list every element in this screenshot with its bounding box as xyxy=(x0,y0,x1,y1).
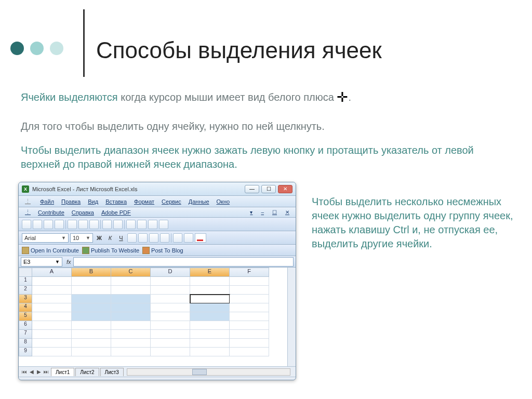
tab-nav-next[interactable]: ▶ xyxy=(35,368,43,376)
restore-doc-button[interactable]: ▾ xyxy=(247,208,256,216)
post-icon xyxy=(142,247,150,254)
size-combo[interactable]: 10▼ xyxy=(70,233,93,243)
sum-button[interactable] xyxy=(137,220,147,229)
minimize-button[interactable]: — xyxy=(245,185,259,193)
tab-nav-last[interactable]: ⏭ xyxy=(43,368,50,376)
min-doc-button[interactable]: – xyxy=(258,208,267,216)
menu-data[interactable]: Данные xyxy=(185,197,212,206)
font-name: Arial xyxy=(24,235,36,241)
sort-button[interactable] xyxy=(126,220,136,229)
row-headers: 1 2 3 4 5 6 7 8 9 xyxy=(19,277,32,356)
row-header[interactable]: 2 xyxy=(19,286,32,295)
sheet-tab-bar: ⏮ ◀ ▶ ⏭ Лист1 Лист2 Лист3 xyxy=(19,366,296,377)
close-button[interactable]: ✕ xyxy=(278,185,292,193)
font-combo[interactable]: Arial▼ xyxy=(22,233,69,243)
italic-button[interactable]: К xyxy=(105,233,115,243)
row-header[interactable]: 9 xyxy=(19,348,32,356)
dot xyxy=(50,42,63,55)
maximize-button[interactable]: ☐ xyxy=(261,185,276,193)
open-contribute-button[interactable]: Open In Contribute xyxy=(22,247,79,254)
cells-area[interactable] xyxy=(32,277,269,356)
publish-icon xyxy=(82,247,89,254)
merge-button[interactable] xyxy=(160,233,169,243)
copy-button[interactable] xyxy=(78,220,88,229)
close-doc-button[interactable]: ✕ xyxy=(282,208,292,216)
text-highlight: Ячейки выделяются xyxy=(21,91,118,103)
titlebar[interactable]: X Microsoft Excel - Лист Microsoft Excel… xyxy=(19,182,296,196)
font-color-button[interactable] xyxy=(195,233,206,243)
menu-window[interactable]: Окно xyxy=(214,197,233,206)
redo-button[interactable] xyxy=(113,220,123,229)
publish-website-button[interactable]: Publish To Website xyxy=(82,247,139,254)
menu-file[interactable]: Файл xyxy=(37,197,57,206)
align-left-button[interactable] xyxy=(127,233,137,243)
name-box[interactable]: E3 ▼ xyxy=(21,257,62,267)
bold-button[interactable]: Ж xyxy=(95,233,104,243)
fx-icon[interactable]: fx xyxy=(64,259,73,265)
separator xyxy=(124,220,125,229)
sheet-tab[interactable]: Лист1 xyxy=(51,368,74,376)
tab-nav-first[interactable]: ⏮ xyxy=(21,368,28,376)
menu-edit[interactable]: Правка xyxy=(58,197,84,206)
borders-button[interactable] xyxy=(173,233,182,243)
undo-button[interactable] xyxy=(102,220,112,229)
grip-icon[interactable]: ⋮ xyxy=(22,197,34,206)
fill-color-button[interactable] xyxy=(184,233,193,243)
save-button[interactable] xyxy=(44,220,53,229)
chart-button[interactable] xyxy=(148,220,157,229)
label: Open In Contribute xyxy=(31,247,79,254)
status-bar: Готово NUM xyxy=(19,377,296,380)
paste-button[interactable] xyxy=(89,220,99,229)
scroll-thumb[interactable] xyxy=(192,369,207,375)
col-header[interactable]: E xyxy=(190,268,230,277)
menu-format[interactable]: Формат xyxy=(131,197,157,206)
font-size: 10 xyxy=(73,235,79,241)
row-header[interactable]: 6 xyxy=(19,321,32,330)
active-cell[interactable] xyxy=(190,295,230,303)
tab-nav-prev[interactable]: ◀ xyxy=(28,368,35,376)
print-button[interactable] xyxy=(55,220,64,229)
row-header[interactable]: 3 xyxy=(19,295,32,303)
menu-adobe[interactable]: Adobe PDF xyxy=(98,208,134,217)
row-header[interactable]: 5 xyxy=(19,312,32,321)
col-header[interactable]: B xyxy=(72,268,111,277)
open-button[interactable] xyxy=(33,220,42,229)
align-center-button[interactable] xyxy=(138,233,148,243)
vertical-scrollbar[interactable] xyxy=(287,268,296,366)
help-button[interactable] xyxy=(159,220,168,229)
menu-view[interactable]: Вид xyxy=(85,197,101,206)
new-button[interactable] xyxy=(22,220,31,229)
excel-window: X Microsoft Excel - Лист Microsoft Excel… xyxy=(18,182,296,380)
col-header[interactable]: A xyxy=(32,268,72,277)
row-header[interactable]: 7 xyxy=(19,330,32,339)
sheet-tab[interactable]: Лист2 xyxy=(75,368,99,376)
col-header[interactable]: F xyxy=(230,268,269,277)
align-right-button[interactable] xyxy=(149,233,158,243)
grip-icon[interactable]: ⋮ xyxy=(22,208,34,217)
menu-contribute[interactable]: Contribute xyxy=(35,208,68,217)
menu-insert[interactable]: Вставка xyxy=(102,197,130,206)
cut-button[interactable] xyxy=(68,220,77,229)
menu-bar-2: ⋮ Contribute Справка Adobe PDF ▾ – ☐ ✕ xyxy=(19,207,296,218)
sheet-tab[interactable]: Лист3 xyxy=(100,368,124,376)
row-header[interactable]: 4 xyxy=(19,303,32,312)
menu-help[interactable]: Справка xyxy=(69,208,97,217)
post-blog-button[interactable]: Post To Blog xyxy=(142,247,183,254)
horizontal-scrollbar[interactable] xyxy=(127,368,290,376)
separator xyxy=(171,233,171,243)
row-header[interactable]: 1 xyxy=(19,277,32,286)
dot xyxy=(10,42,24,55)
col-header[interactable]: D xyxy=(151,268,190,277)
formula-input[interactable] xyxy=(73,257,294,267)
excel-icon: X xyxy=(22,185,29,193)
menu-tools[interactable]: Сервис xyxy=(158,197,184,206)
spreadsheet-grid[interactable]: A B C D E F 1 2 3 4 5 6 7 8 xyxy=(19,268,296,366)
col-header[interactable]: C xyxy=(111,268,151,277)
underline-button[interactable]: Ч xyxy=(116,233,126,243)
cursor-plus-icon: ✛ xyxy=(337,88,348,107)
select-all-corner[interactable] xyxy=(19,268,32,277)
vertical-divider xyxy=(83,9,85,77)
row-header[interactable]: 8 xyxy=(19,339,32,348)
max-doc-button[interactable]: ☐ xyxy=(269,208,280,216)
label: Publish To Website xyxy=(91,247,139,254)
